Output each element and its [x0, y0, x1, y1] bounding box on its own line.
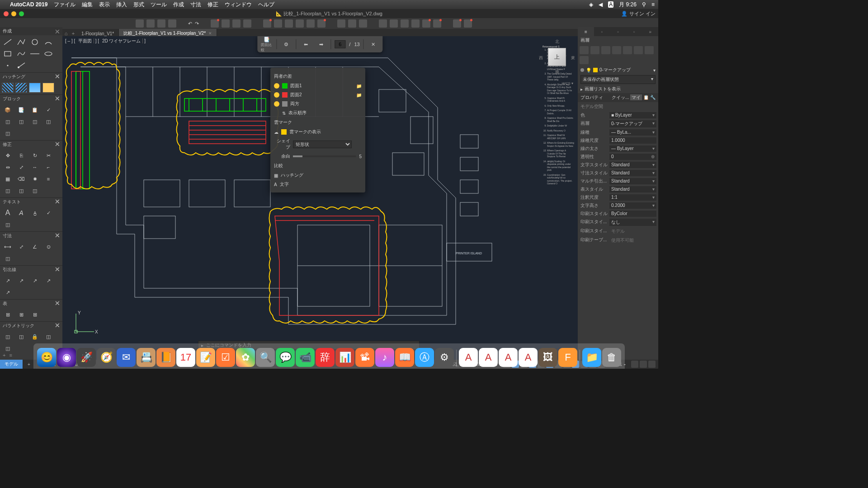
palette-add[interactable]: + — [3, 352, 5, 358]
dock-siri[interactable]: ◉ — [57, 348, 76, 367]
layer-ic-8[interactable] — [580, 56, 589, 64]
menu-help[interactable]: ヘルプ — [258, 1, 274, 9]
preview-icon[interactable] — [232, 19, 241, 28]
ellipse-tool[interactable] — [42, 49, 54, 59]
collapse-icon[interactable]: 🞪 — [55, 29, 60, 34]
edit-block[interactable]: 📋 — [29, 105, 41, 115]
text-5[interactable]: ◫ — [2, 220, 14, 230]
prop-lweight[interactable]: — ByLayer▾ — [609, 145, 656, 152]
erase-tool[interactable]: ⌫ — [15, 174, 27, 184]
bulb-icon[interactable] — [274, 101, 279, 107]
dock-music[interactable]: ♪ — [375, 348, 394, 367]
cloud-show-row[interactable]: ☁ 雲マークの表示 — [274, 127, 362, 136]
dock-autocad-2[interactable]: A — [479, 348, 498, 367]
tb-icon-1[interactable] — [263, 19, 271, 28]
tb-icon-12[interactable] — [433, 19, 441, 28]
color-swatch-red[interactable] — [282, 92, 288, 98]
color-swatch-green[interactable] — [282, 83, 288, 89]
dock-dict[interactable]: 辞 — [316, 348, 335, 367]
mirror-tool[interactable]: ⇔ — [2, 162, 14, 172]
drawing1-row[interactable]: 図面1 📁 — [274, 81, 362, 90]
layer-ic-6[interactable] — [634, 46, 643, 54]
dock-mail[interactable]: ✉ — [117, 348, 136, 367]
dock-autocad-3[interactable]: A — [499, 348, 518, 367]
dock-reminders[interactable]: ☑ — [216, 348, 235, 367]
attr-block[interactable]: ✓ — [42, 105, 54, 115]
tb-icon-7[interactable] — [379, 19, 387, 28]
create-block[interactable]: 📑 — [15, 105, 27, 115]
search-icon[interactable]: ⚲ — [642, 1, 646, 8]
tb-icon-9[interactable] — [401, 19, 409, 28]
wifi-icon[interactable]: ◈ — [589, 1, 593, 8]
dim-angular[interactable]: ∠ — [29, 242, 41, 252]
dim-5[interactable]: ◫ — [2, 253, 14, 263]
volume-icon[interactable]: ◀ — [599, 1, 603, 8]
layer-ic-3[interactable] — [601, 46, 610, 54]
cloud-toggle-icon[interactable]: ☁ — [274, 130, 278, 135]
drawing-canvas[interactable]: [ – ] [ 平面図 ] [ 2D ワイヤフレーム ] — [62, 36, 578, 360]
dock-autocad-1[interactable]: A — [459, 348, 478, 367]
line-tool[interactable] — [2, 37, 14, 47]
sb-13[interactable] — [631, 361, 638, 368]
folder-icon[interactable]: 📁 — [356, 84, 362, 89]
compare-hatch-row[interactable]: ▦ ハッチング — [274, 171, 362, 180]
both-row[interactable]: 両方 — [274, 99, 362, 108]
circle-tool[interactable] — [29, 37, 41, 47]
saveas-icon[interactable] — [168, 19, 176, 28]
copy-tool[interactable]: ⎘ — [15, 150, 27, 160]
order-icon[interactable]: ⇅ — [282, 111, 286, 116]
color-swatch-gray[interactable] — [282, 101, 288, 107]
pan-icon[interactable] — [337, 19, 345, 28]
hatch-toggle-icon[interactable]: ▦ — [274, 173, 278, 178]
dock-app-5[interactable]: 🖼 — [538, 348, 557, 367]
menu-edit[interactable]: 編集 — [82, 1, 93, 9]
param-5[interactable]: ◫ — [2, 343, 14, 353]
save-icon[interactable] — [157, 19, 165, 28]
mod-15[interactable]: ◫ — [29, 186, 41, 196]
menu-view[interactable]: 表示 — [99, 1, 110, 9]
undo-icon[interactable]: ↶ — [188, 21, 192, 27]
trim-tool[interactable]: ✂ — [42, 150, 54, 160]
bulb-icon[interactable] — [274, 83, 279, 89]
leader-2[interactable]: ↗ — [15, 276, 27, 286]
tb-icon-3[interactable] — [285, 19, 293, 28]
compare-close-icon[interactable]: ✕ — [368, 38, 379, 50]
prev-icon[interactable]: ⬅ — [300, 38, 311, 50]
my-btn[interactable]: マイ — [630, 94, 642, 100]
prop-ltscale[interactable]: 1.0000 — [609, 137, 656, 144]
tb-icon-4[interactable] — [296, 19, 304, 28]
hatch-2[interactable] — [15, 83, 27, 93]
display-order-row[interactable]: ⇅ 表示順序 — [274, 108, 362, 117]
shape-select[interactable]: 矩形状 — [293, 141, 352, 148]
plot-icon[interactable] — [211, 19, 219, 28]
tb-icon-14[interactable] — [464, 19, 472, 28]
dock-trash[interactable]: 🗑 — [602, 348, 621, 367]
tb-icon-10[interactable] — [411, 19, 420, 28]
scale-tool[interactable]: ⤢ — [15, 162, 27, 172]
rotate-tool[interactable]: ↻ — [29, 150, 41, 160]
folder-icon[interactable]: 📁 — [356, 93, 362, 98]
prop-plot2[interactable]: なし▾ — [609, 219, 656, 226]
explode-tool[interactable]: ✸ — [29, 174, 41, 184]
table-2[interactable]: ⊞ — [15, 310, 27, 319]
zoom-window[interactable] — [19, 11, 24, 16]
dock-autocad-4[interactable]: A — [519, 348, 538, 367]
dock-finder[interactable]: 😊 — [37, 348, 56, 367]
prop-mleader[interactable]: Standard▾ — [609, 178, 656, 184]
next-icon[interactable]: ➡ — [315, 38, 327, 50]
move-tool[interactable]: ✥ — [2, 150, 14, 160]
panel-tab-3[interactable]: ▫ — [610, 27, 626, 36]
dock-messages[interactable]: 💬 — [276, 348, 295, 367]
compare-icon[interactable]: 📑図面比較 — [261, 38, 273, 50]
drawing2-row[interactable]: 図面2 📁 — [274, 90, 362, 99]
tb-icon-6[interactable] — [317, 19, 326, 28]
prop-textheight[interactable]: 0.2000▾ — [609, 202, 656, 209]
block-9[interactable]: ◫ — [2, 128, 14, 138]
layer-list-toggle[interactable]: ▸画層リストを表示 — [578, 85, 658, 93]
layer-ic-1[interactable] — [580, 46, 589, 54]
leader-5[interactable]: ↗ — [2, 287, 14, 297]
hatch-1[interactable] — [2, 83, 14, 93]
dock-facetime[interactable]: 📹 — [296, 348, 315, 367]
layer-ic-5[interactable] — [623, 46, 632, 54]
prop-tablestyle[interactable]: Standard▾ — [609, 186, 656, 192]
